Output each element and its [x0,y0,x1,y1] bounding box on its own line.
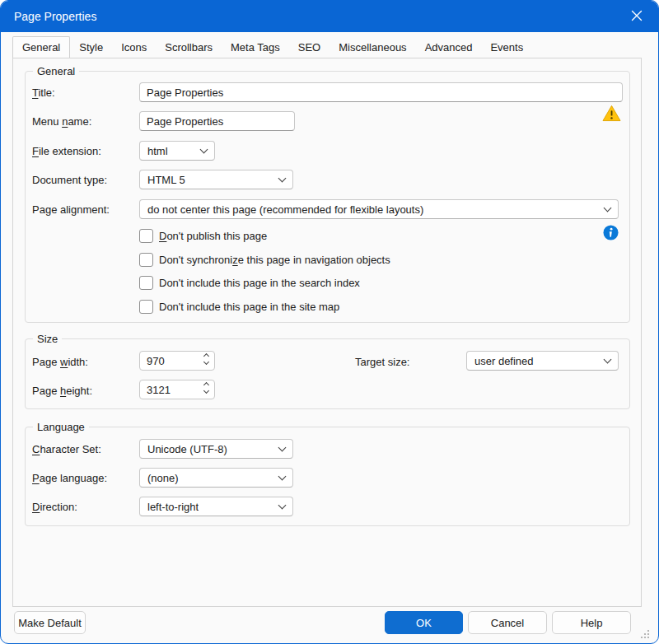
checkbox-label: Don't include this page in the search in… [159,277,360,289]
spin-down-button[interactable] [203,359,209,365]
window-title: Page Properties [14,10,96,23]
page-width-stepper [139,351,215,371]
checkbox-row-dont-include-search-index[interactable]: Don't include this page in the search in… [139,276,360,290]
page-height-label: Page height: [32,385,92,397]
file-extension-label: File extension: [32,145,101,157]
close-icon [631,10,643,24]
page-language-label: Page language: [32,472,107,484]
page-height-stepper [139,380,215,399]
tab-events[interactable]: Events [481,38,532,58]
checkbox-label: Don't publish this page [159,230,267,242]
checkbox-unchecked[interactable] [139,276,153,290]
tab-general[interactable]: General [12,36,70,58]
group-size: Size [25,338,630,409]
target-size-value: user defined [474,355,534,367]
page-alignment-combobox[interactable]: do not center this page (recommended for… [139,199,619,219]
checkbox-unchecked[interactable] [139,253,153,267]
menu-name-label: Menu name: [32,115,91,128]
checkbox-row-dont-publish[interactable]: Don't publish this page [139,229,267,243]
chevron-down-icon [278,472,287,480]
document-type-combobox[interactable]: HTML 5 [139,170,293,189]
page-width-input[interactable] [147,355,194,367]
tab-style[interactable]: Style [70,38,112,58]
direction-value: left-to-right [147,501,199,513]
title-label: Title: [32,86,55,99]
title-input[interactable] [139,82,623,102]
group-language: Language [25,427,630,526]
group-size-legend: Size [33,333,62,345]
cancel-button[interactable]: Cancel [468,611,547,634]
tab-icons[interactable]: Icons [112,38,156,58]
group-general-legend: General [33,65,79,77]
character-set-label: Character Set: [32,443,101,455]
checkbox-row-dont-synchronize[interactable]: Don't synchronize this page in navigatio… [139,253,390,267]
ok-button[interactable]: OK [385,611,463,634]
tab-strip: General Style Icons Scrollbars Meta Tags… [12,36,532,58]
resize-grip[interactable] [638,627,651,640]
warning-triangle-icon [602,105,621,124]
menu-name-input[interactable] [139,111,295,131]
tab-miscellaneous[interactable]: Miscellaneous [330,38,415,58]
character-set-combobox[interactable]: Unicode (UTF-8) [139,439,293,459]
titlebar: Page Properties [1,1,658,32]
page-width-label: Page width: [32,356,88,368]
checkbox-unchecked[interactable] [139,300,153,314]
page-language-value: (none) [147,472,179,484]
direction-combobox[interactable]: left-to-right [139,497,293,516]
close-button[interactable] [625,6,648,27]
file-extension-value: html [147,145,168,157]
chevron-down-icon [278,443,287,451]
page-height-input[interactable] [147,384,194,396]
character-set-value: Unicode (UTF-8) [147,443,227,455]
checkbox-row-dont-include-site-map[interactable]: Don't include this page in the site map [139,300,339,314]
help-button[interactable]: Help [552,611,631,634]
file-extension-combobox[interactable]: html [139,141,215,161]
chevron-down-icon [604,203,612,212]
page-language-combobox[interactable]: (none) [139,468,293,488]
chevron-down-icon [278,174,287,182]
page-properties-dialog: Page Properties General Style Icons Scro… [0,0,659,644]
group-language-legend: Language [33,421,89,433]
spin-down-button[interactable] [203,388,209,394]
document-type-label: Document type: [32,174,107,186]
chevron-down-icon [278,501,287,509]
document-type-value: HTML 5 [147,174,185,186]
make-default-button[interactable]: Make Default [14,611,86,634]
tab-scrollbars[interactable]: Scrollbars [156,38,222,58]
target-size-label: Target size: [355,356,409,368]
direction-label: Direction: [32,501,77,513]
tab-meta-tags[interactable]: Meta Tags [222,38,289,58]
chevron-down-icon [200,145,208,153]
checkbox-label: Don't synchronize this page in navigatio… [159,254,390,266]
tab-seo[interactable]: SEO [289,38,330,58]
chevron-down-icon [604,355,612,363]
checkbox-unchecked[interactable] [139,229,153,243]
info-icon[interactable] [603,225,619,243]
tab-advanced[interactable]: Advanced [416,38,482,58]
checkbox-label: Don't include this page in the site map [159,301,339,313]
target-size-combobox[interactable]: user defined [466,351,619,371]
page-alignment-value: do not center this page (recommended for… [147,203,423,216]
page-alignment-label: Page alignment: [32,203,110,216]
